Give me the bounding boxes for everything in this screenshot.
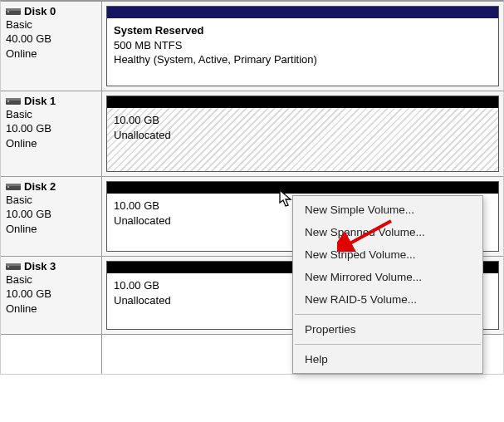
menu-new-mirrored-volume[interactable]: New Mirrored Volume... bbox=[293, 266, 482, 288]
disk-type: Basic bbox=[6, 108, 96, 121]
disk-info-3[interactable]: Disk 3 Basic 10.00 GB Online bbox=[1, 257, 102, 334]
disk-partitions-1: 10.00 GB Unallocated bbox=[102, 91, 503, 176]
volume-fs: 500 MB NTFS bbox=[114, 38, 492, 53]
volume-title: System Reserved bbox=[114, 23, 492, 38]
volume-system-reserved[interactable]: System Reserved 500 MB NTFS Healthy (Sys… bbox=[106, 6, 499, 86]
volume-color-bar bbox=[107, 96, 498, 108]
volume-state: Unallocated bbox=[114, 128, 492, 143]
svg-rect-1 bbox=[6, 8, 21, 11]
svg-point-5 bbox=[7, 101, 9, 102]
disk-info-2[interactable]: Disk 2 Basic 10.00 GB Online bbox=[1, 177, 102, 256]
disk-status: Online bbox=[6, 302, 96, 316]
disk-icon bbox=[6, 261, 21, 272]
svg-point-8 bbox=[7, 186, 9, 188]
svg-rect-10 bbox=[6, 263, 21, 266]
menu-new-striped-volume[interactable]: New Striped Volume... bbox=[293, 243, 482, 266]
disk-icon bbox=[6, 181, 21, 193]
disk-size: 10.00 GB bbox=[6, 208, 96, 221]
disk-status: Online bbox=[6, 137, 96, 150]
disk-info-1[interactable]: Disk 1 Basic 10.00 GB Online bbox=[1, 91, 102, 176]
disk-name: Disk 2 bbox=[24, 180, 56, 193]
svg-point-11 bbox=[7, 266, 9, 267]
disk-size: 40.00 GB bbox=[6, 32, 96, 46]
disk-partitions-0: System Reserved 500 MB NTFS Healthy (Sys… bbox=[102, 2, 503, 91]
svg-rect-7 bbox=[6, 184, 21, 186]
disk-icon bbox=[6, 6, 21, 17]
svg-rect-4 bbox=[6, 98, 21, 101]
disk-status: Online bbox=[6, 47, 96, 61]
svg-point-2 bbox=[7, 11, 9, 12]
disk-type: Basic bbox=[6, 194, 96, 207]
disk-icon bbox=[6, 96, 21, 107]
disk-size: 10.00 GB bbox=[6, 122, 96, 135]
menu-separator bbox=[295, 344, 481, 345]
volume-color-bar bbox=[107, 182, 498, 194]
disk-row-1: Disk 1 Basic 10.00 GB Online 10.00 GB Un… bbox=[1, 91, 503, 177]
disk-type: Basic bbox=[6, 18, 96, 32]
disk-name: Disk 0 bbox=[24, 5, 56, 17]
disk-info-0[interactable]: Disk 0 Basic 40.00 GB Online bbox=[1, 2, 102, 91]
menu-help[interactable]: Help bbox=[293, 348, 482, 370]
menu-new-raid5-volume[interactable]: New RAID-5 Volume... bbox=[293, 288, 482, 311]
volume-unallocated-1[interactable]: 10.00 GB Unallocated bbox=[106, 96, 499, 172]
context-menu: New Simple Volume... New Spanned Volume.… bbox=[292, 195, 483, 374]
volume-color-bar bbox=[107, 7, 498, 18]
disk-name: Disk 1 bbox=[24, 95, 56, 107]
disk-status: Online bbox=[6, 223, 96, 236]
menu-properties[interactable]: Properties bbox=[293, 318, 482, 341]
disk-type: Basic bbox=[6, 273, 96, 287]
volume-health: Healthy (System, Active, Primary Partiti… bbox=[114, 52, 492, 67]
disk-row-0: Disk 0 Basic 40.00 GB Online System Rese… bbox=[1, 2, 503, 91]
disk-name: Disk 3 bbox=[24, 260, 56, 272]
menu-new-simple-volume[interactable]: New Simple Volume... bbox=[293, 199, 482, 221]
menu-separator bbox=[295, 314, 481, 315]
disk-size: 10.00 GB bbox=[6, 287, 96, 301]
volume-size: 10.00 GB bbox=[114, 113, 492, 128]
menu-new-spanned-volume[interactable]: New Spanned Volume... bbox=[293, 221, 482, 243]
